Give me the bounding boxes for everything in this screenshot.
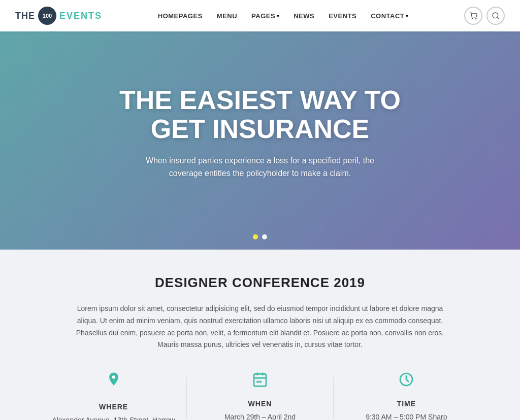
when-label: WHEN [248,400,272,408]
hero-dot-2[interactable] [262,234,267,239]
svg-point-4 [112,375,115,378]
hero-title-line2: GET INSURANCE [151,114,369,144]
nav-menu[interactable]: MENU [217,12,237,20]
location-icon [106,371,122,395]
svg-line-3 [497,17,499,19]
conference-section: DESIGNER CONFERENCE 2019 Lorem ipsum dol… [0,250,520,420]
conference-title: DESIGNER CONFERENCE 2019 [41,275,479,291]
svg-rect-9 [256,381,258,383]
logo-text-events: EVENTS [59,11,102,21]
calendar-icon [252,371,268,392]
svg-point-0 [472,18,472,19]
info-when: WHEN March 29th – April 2nd [187,371,333,420]
clock-icon [398,371,414,392]
search-button[interactable] [486,7,505,25]
info-where: WHERE Alexender Avenue, 13th Street, Har… [41,371,186,420]
header: THE 100 EVENTS HOMEPAGES MENU PAGES ▾ NE… [0,0,520,31]
svg-point-1 [476,18,476,19]
hero-section: THE EASIEST WAY TO GET INSURANCE When in… [0,31,520,250]
time-label: TIME [397,400,416,408]
nav-contact[interactable]: CONTACT ▾ [371,12,408,20]
svg-point-2 [493,13,498,18]
hero-title: THE EASIEST WAY TO GET INSURANCE [119,86,401,144]
chevron-down-icon-contact: ▾ [406,13,408,19]
hero-title-line1: THE EASIEST WAY TO [119,85,401,115]
chevron-down-icon: ▾ [277,13,279,19]
info-time: TIME 9:30 AM – 5:00 PM Sharp [334,371,479,420]
nav-pages[interactable]: PAGES ▾ [251,12,279,20]
nav-homepages[interactable]: HOMEPAGES [158,12,203,20]
main-nav: HOMEPAGES MENU PAGES ▾ NEWS EVENTS CONTA… [158,12,409,20]
logo[interactable]: THE 100 EVENTS [15,7,102,25]
hero-dot-1[interactable] [253,234,258,239]
nav-events[interactable]: EVENTS [329,12,356,20]
nav-icon-group [464,7,505,25]
conference-description: Lorem ipsum dolor sit amet, consectetur … [67,303,453,351]
cart-button[interactable] [464,7,482,25]
when-value: March 29th – April 2nd [224,413,296,420]
logo-icon: 100 [38,7,56,25]
nav-news[interactable]: NEWS [294,12,314,20]
svg-rect-5 [254,374,266,387]
where-label: WHERE [99,403,128,411]
nav-pages-link[interactable]: PAGES [251,12,275,20]
svg-rect-10 [259,381,262,383]
logo-text-the: THE [15,11,35,21]
nav-contact-link[interactable]: CONTACT [371,12,404,20]
conference-info-row: WHERE Alexender Avenue, 13th Street, Har… [41,371,479,420]
hero-dots [253,234,267,239]
hero-content: THE EASIEST WAY TO GET INSURANCE When in… [99,86,421,195]
hero-subtitle: When insured parties experience a loss f… [128,154,392,180]
where-value: Alexender Avenue, 13th Street, Harrow [52,416,175,420]
time-value: 9:30 AM – 5:00 PM Sharp [366,413,447,420]
